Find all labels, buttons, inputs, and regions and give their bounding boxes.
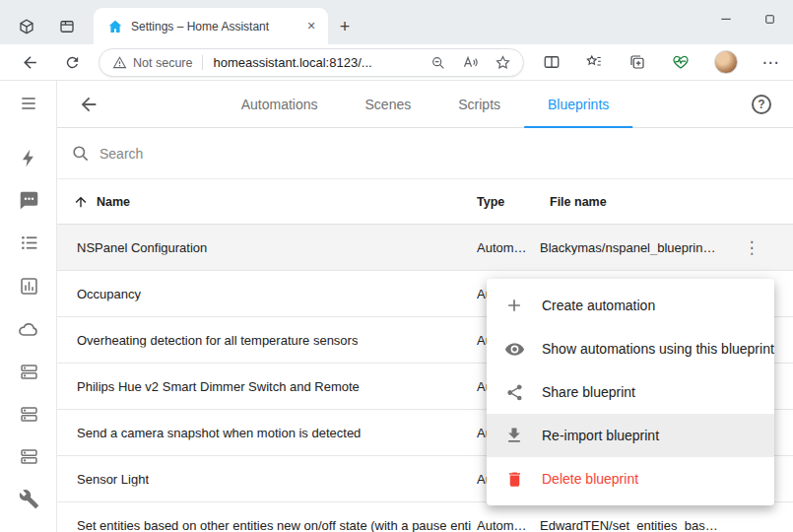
row-name: Occupancy xyxy=(77,287,141,301)
favorites-hub-icon[interactable] xyxy=(581,49,607,75)
workspaces-icon[interactable] xyxy=(15,15,38,38)
address-divider xyxy=(202,55,203,70)
table-row[interactable]: NSPanel Configuration Autom… Blackymas/n… xyxy=(57,225,793,271)
address-bar[interactable]: Not secure homeassistant.local:8123/... xyxy=(99,48,524,77)
row-name: Sensor Light xyxy=(77,472,149,487)
table-row[interactable]: Set entities based on other entities new… xyxy=(57,502,793,532)
not-secure-label: Not secure xyxy=(133,56,192,70)
collections-icon[interactable] xyxy=(625,49,650,75)
sidebar-nas-3-icon[interactable] xyxy=(18,445,39,467)
row-overflow-menu-icon[interactable]: ⋮ xyxy=(740,235,763,259)
menu-item-delete-blueprint[interactable]: Delete blueprint xyxy=(487,457,774,500)
window-maximize-button[interactable] xyxy=(753,6,786,32)
row-type: Autom… xyxy=(477,240,527,255)
browser-toolbar: Not secure homeassistant.local:8123/... … xyxy=(0,44,793,81)
sidebar-logbook-icon[interactable] xyxy=(18,232,39,253)
profile-avatar[interactable] xyxy=(714,50,738,74)
ha-header: Automations Scenes Scripts Blueprints ? xyxy=(57,81,793,128)
not-secure-warning-icon xyxy=(112,55,127,70)
search-input[interactable] xyxy=(99,146,793,162)
menu-item-reimport-blueprint[interactable]: Re-import blueprint xyxy=(487,414,774,457)
plus-icon xyxy=(502,294,526,317)
browser-back-icon[interactable] xyxy=(17,49,42,75)
row-file: Blackymas/nspanel_blueprin… xyxy=(540,240,715,255)
row-type: Autom… xyxy=(477,518,527,532)
column-header-file[interactable]: File name xyxy=(550,195,607,209)
browser-essentials-icon[interactable] xyxy=(668,49,694,75)
sidebar-history-icon[interactable] xyxy=(18,275,39,297)
ha-tab-bar: Automations Scenes Scripts Blueprints xyxy=(218,81,633,128)
sidebar-energy-icon[interactable] xyxy=(18,147,39,168)
help-icon[interactable]: ? xyxy=(752,95,771,114)
blueprint-context-menu: Create automation Show automations using… xyxy=(487,279,774,505)
split-screen-icon[interactable] xyxy=(539,49,564,75)
home-assistant-favicon xyxy=(107,19,123,34)
row-name: Set entities based on other entities new… xyxy=(77,518,471,532)
column-header-name[interactable]: Name xyxy=(97,195,130,209)
tab-blueprints[interactable]: Blueprints xyxy=(524,81,632,128)
ha-back-icon[interactable] xyxy=(78,94,99,115)
row-name: NSPanel Configuration xyxy=(77,240,207,255)
menu-item-label: Delete blueprint xyxy=(542,471,638,487)
favorite-star-icon[interactable] xyxy=(495,54,511,71)
refresh-icon[interactable] xyxy=(59,49,85,75)
url-text: homeassistant.local:8123/... xyxy=(213,55,371,70)
search-row xyxy=(57,128,793,179)
eye-icon xyxy=(502,337,526,361)
tab-scripts[interactable]: Scripts xyxy=(434,81,524,128)
sidebar-nas-1-icon[interactable] xyxy=(18,361,39,382)
read-aloud-icon[interactable] xyxy=(462,54,479,71)
menu-item-create-automation[interactable]: Create automation xyxy=(487,284,774,327)
table-header: Name Type File name xyxy=(57,179,793,225)
more-menu-icon[interactable]: ⋯ xyxy=(758,49,783,75)
row-file: EdwardTEN/set_entities_bas… xyxy=(540,518,718,532)
browser-tab-strip: Settings – Home Assistant ✕ + xyxy=(0,0,793,44)
browser-tab[interactable]: Settings – Home Assistant ✕ xyxy=(94,8,328,44)
import-download-icon xyxy=(502,424,526,447)
menu-item-label: Share blueprint xyxy=(542,384,635,400)
menu-item-label: Re-import blueprint xyxy=(542,428,659,443)
zoom-out-icon[interactable] xyxy=(430,55,446,71)
ha-sidebar xyxy=(0,81,57,532)
trash-icon xyxy=(502,467,526,491)
menu-item-label: Create automation xyxy=(542,298,655,313)
tab-close-icon[interactable]: ✕ xyxy=(302,18,320,35)
sidebar-assist-icon[interactable] xyxy=(18,189,39,211)
row-name: Overheating detection for all temperatur… xyxy=(77,333,358,348)
tab-actions-icon[interactable] xyxy=(55,15,79,38)
search-icon xyxy=(71,144,90,163)
sidebar-nas-2-icon[interactable] xyxy=(18,403,39,425)
row-name: Philips Hue v2 Smart Dimmer Switch and R… xyxy=(77,379,360,394)
tab-title: Settings – Home Assistant xyxy=(131,20,302,33)
menu-item-show-automations[interactable]: Show automations using this blueprint xyxy=(487,327,774,370)
menu-hamburger-icon[interactable] xyxy=(18,93,39,114)
share-icon xyxy=(502,380,526,404)
tab-scenes[interactable]: Scenes xyxy=(342,81,435,128)
menu-item-label: Show automations using this blueprint xyxy=(542,341,774,357)
sort-arrow-up-icon[interactable] xyxy=(73,194,89,210)
tab-automations[interactable]: Automations xyxy=(218,81,342,128)
menu-item-share-blueprint[interactable]: Share blueprint xyxy=(487,370,774,414)
sidebar-cloud-icon[interactable] xyxy=(18,318,39,340)
sidebar-developer-tools-icon[interactable] xyxy=(18,488,39,509)
new-tab-button[interactable]: + xyxy=(333,15,357,38)
window-minimize-button[interactable] xyxy=(709,6,743,32)
column-header-type[interactable]: Type xyxy=(477,195,504,209)
row-name: Send a camera snapshot when motion is de… xyxy=(77,426,361,440)
